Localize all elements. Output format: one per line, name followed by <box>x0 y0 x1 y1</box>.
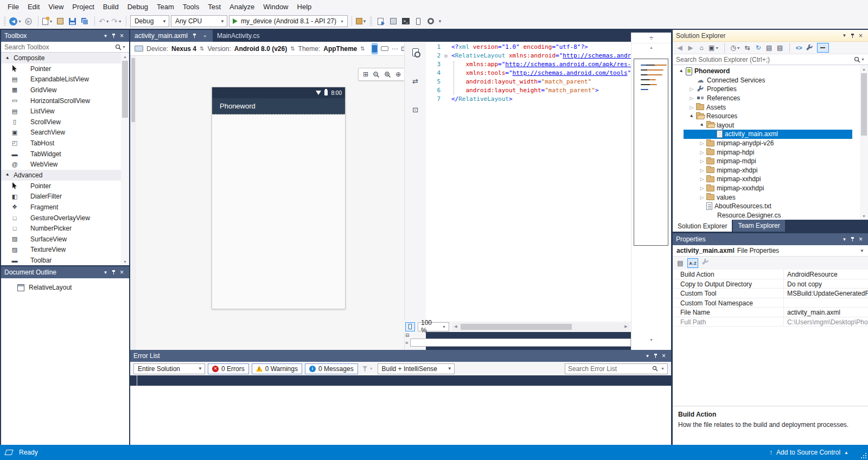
pin-icon[interactable] <box>110 32 118 40</box>
pending-changes-filter-button[interactable]: ◷▼ <box>730 43 740 52</box>
navigate-forward-button[interactable]: ▶ <box>23 15 34 27</box>
scroll-up-icon[interactable]: ▲ <box>860 65 868 73</box>
back-button[interactable]: ◀ <box>676 43 684 52</box>
toolbar-grip[interactable] <box>370 17 372 25</box>
minimap-viewport[interactable] <box>634 59 668 246</box>
device-preview-toggle[interactable] <box>405 322 415 331</box>
expander-icon[interactable]: ▼ <box>698 121 706 129</box>
designer-canvas[interactable]: 8:00 Phoneword ⊞ ⊕ <box>130 56 404 350</box>
expander-icon[interactable]: ▷ <box>699 195 705 200</box>
window-position-icon[interactable]: ▼ <box>643 352 652 360</box>
expander-icon[interactable]: ▷ <box>699 186 705 191</box>
add-to-source-control-button[interactable]: ↑ Add to Source Control ▲ <box>769 449 848 456</box>
document-outline-header[interactable]: Document Outline ▼ × <box>1 266 129 278</box>
device-spinner[interactable]: ⇅ <box>200 46 204 52</box>
error-list-search-input[interactable]: Search Error List ▼ <box>565 363 668 374</box>
designer-scrollbar[interactable] <box>130 56 136 350</box>
toolbox-item-fragment[interactable]: ❖Fragment <box>1 202 121 213</box>
menu-item-test[interactable]: Test <box>203 0 225 14</box>
tree-item-mipmap-xxhdpi[interactable]: ▷mipmap-xxhdpi <box>673 175 860 184</box>
scroll-down-icon[interactable]: ▼ <box>860 212 868 220</box>
portrait-orientation-button[interactable] <box>372 43 378 54</box>
toolbox-item-tabwidget[interactable]: ▬TabWidget <box>1 149 121 159</box>
menu-item-file[interactable]: File <box>3 0 23 14</box>
expander-icon[interactable]: ▼ <box>678 67 686 75</box>
theme-spinner[interactable]: ⇅ <box>360 46 365 52</box>
breadcrumb-box[interactable] <box>410 338 631 347</box>
home-button[interactable]: ⌂ <box>698 43 705 52</box>
outline-item-relativelayout[interactable]: RelativeLayout <box>1 282 129 293</box>
tree-item-values[interactable]: ▷values <box>673 193 860 202</box>
tree-item-resource-designer-cs[interactable]: Resource.Designer.cs <box>673 211 860 220</box>
pin-icon[interactable] <box>848 235 857 244</box>
tab-mainactivity-cs[interactable]: MainActivity.cs <box>213 30 264 42</box>
tree-item-mipmap-hdpi[interactable]: ▷mipmap-hdpi <box>673 148 860 157</box>
window-position-icon[interactable]: ▼ <box>101 269 110 277</box>
property-value[interactable]: activity_main.axml <box>784 308 868 317</box>
attach-button[interactable]: ▼ <box>356 15 367 27</box>
tree-item-properties[interactable]: ▷Properties <box>673 85 860 94</box>
toolbox-item-pointer[interactable]: Pointer <box>1 63 121 74</box>
expander-icon[interactable]: ▼ <box>688 112 696 120</box>
sync-with-active-document-button[interactable]: ⇆ <box>744 43 751 52</box>
error-list-header[interactable]: Error List ▼ × <box>130 350 671 362</box>
expander-icon[interactable]: ▷ <box>699 140 705 146</box>
code-text[interactable]: xmlns:app="http://schemas.android.com/ap… <box>451 60 631 69</box>
error-source-dropdown[interactable]: Build + IntelliSense▼ <box>378 363 455 374</box>
solution-explorer-header[interactable]: Solution Explorer ▼ × <box>673 30 868 42</box>
property-value[interactable]: AndroidResource <box>784 270 868 279</box>
code-text[interactable]: <RelativeLayout xmlns:android="http://sc… <box>451 52 631 60</box>
swap-panes-icon[interactable]: ⇄ <box>412 77 418 85</box>
expander-icon[interactable]: ▷ <box>699 150 705 155</box>
scrollbar-thumb[interactable] <box>122 61 128 118</box>
new-project-button[interactable]: ▼ <box>42 15 53 27</box>
warnings-filter-button[interactable]: 0 Warnings <box>252 363 302 374</box>
property-value[interactable] <box>784 298 868 308</box>
toolbox-item-numberpicker[interactable]: □NumberPicker <box>1 223 121 234</box>
code-text[interactable]: </RelativeLayout> <box>451 95 631 104</box>
window-position-icon[interactable]: ▼ <box>840 31 848 40</box>
forward-button[interactable]: ▶ <box>687 43 694 52</box>
solution-configuration-dropdown[interactable]: Debug▼ <box>130 15 169 27</box>
editor-horizontal-scrollbar[interactable]: ◀ ▶ <box>452 323 630 331</box>
toolbox-item-webview[interactable]: @WebView <box>1 159 121 170</box>
resize-grip[interactable] <box>861 453 866 458</box>
profiler-button[interactable] <box>425 15 436 27</box>
toolbox-item-pointer[interactable]: Pointer <box>1 181 121 191</box>
preview-selected-items-button[interactable] <box>817 43 829 53</box>
expander-icon[interactable]: ▷ <box>699 176 705 182</box>
properties-object-selector[interactable]: activity_main.axml File Properties ▼ <box>673 245 868 257</box>
editor-zoom-dropdown[interactable]: 100 %▼ <box>418 322 449 331</box>
android-sdk-manager-button[interactable] <box>388 15 399 27</box>
menu-item-window[interactable]: Window <box>259 0 292 14</box>
tree-item-assets[interactable]: ▷Assets <box>673 103 860 112</box>
tree-item-mipmap-xxxhdpi[interactable]: ▷mipmap-xxxhdpi <box>673 184 860 193</box>
toolbox-item-toolbar[interactable]: ▬Toolbar <box>1 255 121 265</box>
collapse-pane-icon[interactable]: ⊡ <box>412 106 418 114</box>
fold-margin[interactable]: ⊟ <box>441 52 451 60</box>
undo-button[interactable]: ↶▼ <box>99 15 110 27</box>
refresh-button[interactable]: ↻ <box>755 43 762 52</box>
scrollbar-thumb[interactable] <box>861 73 867 136</box>
menu-item-debug[interactable]: Debug <box>123 0 152 14</box>
toolbox-item-surfaceview[interactable]: ▨SurfaceView <box>1 234 121 245</box>
tree-item-references[interactable]: ▷References <box>673 94 860 103</box>
view-code-button[interactable]: <> <box>795 43 803 52</box>
messages-filter-button[interactable]: i0 Messages <box>305 363 358 374</box>
menu-item-team[interactable]: Team <box>152 0 178 14</box>
toolbox-item-listview[interactable]: ▤ListView <box>1 106 121 117</box>
collapse-all-icon[interactable]: ⊟ <box>405 333 410 338</box>
toolbox-section-advanced[interactable]: ▼Advanced <box>1 170 121 181</box>
tree-item-aboutresources-txt[interactable]: AboutResources.txt <box>673 202 860 211</box>
property-value[interactable]: Do not copy <box>784 279 868 289</box>
version-spinner[interactable]: ⇅ <box>290 46 295 52</box>
fit-to-window-icon[interactable]: ⊕ <box>395 71 401 78</box>
deploy-button[interactable] <box>375 15 386 27</box>
pin-icon[interactable] <box>652 352 660 360</box>
toolbar-overflow-icon[interactable]: ▼ <box>438 19 442 24</box>
redo-button[interactable]: ↷▼ <box>111 15 122 27</box>
more-options-button[interactable]: ⋯ <box>392 43 398 54</box>
xml-source-editor[interactable]: 1<?xml version="1.0" encoding="utf-8"?>2… <box>426 42 631 321</box>
code-text[interactable]: android:layout_height="match_parent"> <box>451 86 631 95</box>
tree-item-phoneword[interactable]: ▼Phoneword <box>673 67 860 76</box>
